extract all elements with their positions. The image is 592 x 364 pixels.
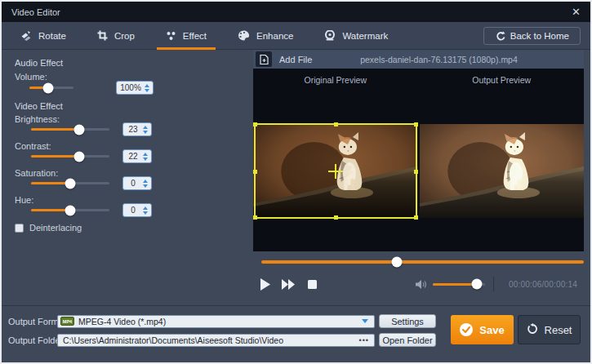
tab-enhance[interactable]: Enhance (225, 22, 305, 49)
play-button[interactable] (260, 278, 270, 291)
open-folder-button[interactable]: Open Folder (379, 333, 436, 347)
volume-slider[interactable] (29, 87, 73, 89)
playback-controls: 00:00:06/00:00:14 (253, 272, 584, 296)
hue-spinner[interactable]: 0 (122, 203, 152, 217)
tab-watermark[interactable]: Watermark (312, 22, 400, 49)
main-content: Audio Effect Volume: 100% Video Effect B… (2, 50, 590, 305)
tab-label: Watermark (342, 31, 388, 41)
crop-handle[interactable] (414, 122, 418, 127)
hue-row: 0 (31, 203, 152, 217)
output-bar: Output Format: MP4 MPEG-4 Video (*.mp4) … (2, 305, 590, 362)
spin-up-icon[interactable] (145, 84, 149, 87)
volume-slider-thumb[interactable] (42, 82, 53, 93)
divider (493, 277, 494, 291)
deinterlacing-checkbox[interactable] (15, 224, 24, 233)
spin-up-icon[interactable] (143, 153, 148, 156)
stop-button[interactable] (308, 280, 317, 289)
save-check-icon (460, 323, 473, 336)
contrast-value: 22 (123, 152, 143, 161)
crop-handle[interactable] (334, 122, 338, 127)
volume-value: 100% (117, 83, 145, 92)
fast-forward-button[interactable] (282, 279, 295, 290)
back-to-home-label: Back to Home (510, 31, 569, 41)
seek-slider[interactable] (261, 260, 584, 264)
spinner-arrows (143, 153, 148, 161)
output-format-dropdown[interactable]: MP4 MPEG-4 Video (*.mp4) (57, 315, 375, 328)
tab-rotate[interactable]: Rotate (8, 22, 78, 49)
window-title: Video Editor (11, 7, 60, 17)
crop-selection-box[interactable] (254, 123, 417, 219)
back-to-home-button[interactable]: Back to Home (483, 27, 581, 45)
reset-label: Reset (545, 324, 572, 336)
player-panel: Add File pexels-daniel-dan-76.13175 (108… (253, 50, 584, 305)
save-label: Save (479, 324, 504, 336)
crop-handle[interactable] (414, 170, 418, 174)
enhance-icon (238, 30, 250, 41)
video-effect-heading: Video Effect (15, 101, 63, 111)
brightness-slider[interactable] (31, 128, 109, 131)
rotate-icon (20, 30, 32, 41)
seek-row (261, 255, 584, 269)
crop-handle[interactable] (334, 215, 338, 220)
contrast-spinner[interactable]: 22 (122, 149, 152, 163)
add-file-button[interactable]: Add File (253, 51, 312, 67)
mp4-format-icon: MP4 (60, 317, 74, 326)
volume-row: 100% (29, 81, 154, 95)
brightness-slider-thumb[interactable] (73, 124, 84, 135)
spinner-arrows (143, 126, 148, 134)
original-preview-label: Original Preview (253, 75, 418, 85)
playback-volume-slider[interactable] (433, 283, 485, 286)
settings-button[interactable]: Settings (379, 314, 436, 328)
spinner-arrows (145, 84, 149, 92)
preview-area: Original Preview (253, 69, 584, 251)
playback-volume-thumb[interactable] (471, 279, 482, 290)
close-icon[interactable]: ✕ (572, 7, 581, 17)
contrast-slider[interactable] (31, 155, 109, 158)
output-folder-field[interactable]: C:\Users\Administrator\Documents\Aiseeso… (57, 334, 375, 347)
tab-crop[interactable]: Crop (85, 22, 147, 49)
output-preview-label: Output Preview (420, 75, 585, 85)
crop-center-cross (335, 164, 336, 179)
hue-slider[interactable] (31, 209, 109, 211)
output-folder-path: C:\Users\Administrator\Documents\Aiseeso… (63, 335, 359, 345)
tab-label: Effect (183, 31, 207, 41)
saturation-slider[interactable] (31, 182, 109, 184)
contrast-slider-fill (31, 155, 79, 158)
tab-label: Enhance (256, 31, 293, 41)
spin-up-icon[interactable] (143, 180, 148, 183)
volume-spinner[interactable]: 100% (116, 81, 154, 95)
seek-thumb[interactable] (391, 257, 402, 268)
spinner-arrows (143, 180, 148, 188)
speaker-icon[interactable] (415, 279, 426, 290)
add-file-icon (256, 51, 272, 67)
browse-folder-button[interactable]: ••• (359, 336, 369, 344)
tab-label: Crop (114, 31, 135, 41)
crop-handle[interactable] (414, 215, 418, 220)
crop-handle[interactable] (253, 215, 257, 220)
add-file-label: Add File (279, 55, 312, 64)
crop-handle[interactable] (253, 122, 257, 127)
original-preview-pane: Original Preview (253, 69, 418, 251)
back-arrow-icon (495, 31, 505, 41)
hue-slider-thumb[interactable] (65, 205, 76, 215)
spin-down-icon[interactable] (143, 211, 148, 215)
saturation-spinner[interactable]: 0 (122, 176, 152, 190)
brightness-value: 23 (123, 125, 143, 134)
spin-down-icon[interactable] (143, 131, 148, 134)
save-button[interactable]: Save (451, 315, 514, 344)
reset-icon (527, 323, 538, 337)
reset-button[interactable]: Reset (518, 315, 581, 344)
crop-handle[interactable] (253, 170, 257, 174)
spin-down-icon[interactable] (145, 89, 149, 92)
spin-up-icon[interactable] (143, 206, 148, 210)
brightness-spinner[interactable]: 23 (122, 122, 152, 136)
spin-down-icon[interactable] (143, 158, 148, 161)
tab-effect[interactable]: Effect (154, 22, 219, 49)
saturation-slider-thumb[interactable] (65, 178, 76, 189)
contrast-slider-thumb[interactable] (73, 151, 84, 162)
spin-up-icon[interactable] (143, 126, 148, 129)
titlebar: Video Editor ✕ (2, 2, 590, 22)
spin-down-icon[interactable] (143, 184, 148, 188)
dropdown-caret-icon (362, 319, 368, 323)
saturation-row: 0 (31, 176, 152, 190)
